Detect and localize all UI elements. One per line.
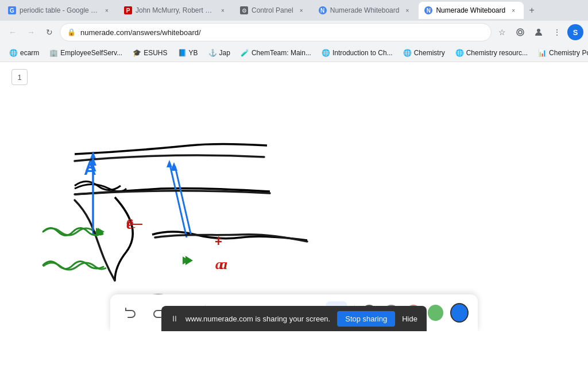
url-bar[interactable]: 🔒 numerade.com/answers/whiteboard/ xyxy=(60,23,492,41)
bookmark-label-resources: Chemistry resourc... xyxy=(466,49,528,57)
bookmark-icon-employee: 🏢 xyxy=(49,49,58,57)
bookmark-star-icon[interactable]: ☆ xyxy=(494,24,510,40)
toolbar-right: ☆ ⋮ S xyxy=(494,24,583,40)
drawing-svg: A e - a + ‡ ρ ‡ ρ xyxy=(0,62,588,331)
back-button[interactable]: ← xyxy=(5,24,21,40)
bookmark-icon-esuhs: 🎓 xyxy=(133,49,141,57)
bookmarks-bar: 🌐 ecarm 🏢 EmployeeSelfServ... 🎓 ESUHS 📘 … xyxy=(0,44,588,62)
undo-button[interactable] xyxy=(119,301,141,324)
svg-point-0 xyxy=(517,29,524,36)
tab-close-2[interactable]: × xyxy=(218,6,227,15)
bookmark-chem-resources[interactable]: 🌐 Chemistry resourc... xyxy=(451,47,532,59)
stop-sharing-button[interactable]: Stop sharing xyxy=(337,311,395,327)
bookmark-label-jap: Jap xyxy=(219,49,230,57)
share-monitor-icon: ⏸ xyxy=(171,314,179,323)
tab-numerade-5[interactable]: N Numerade Whiteboard × xyxy=(419,2,524,19)
tab-mcmurry[interactable]: P John McMurry, Robert C. Fay... × xyxy=(118,2,233,19)
bookmark-esuhs[interactable]: 🎓 ESUHS xyxy=(128,47,172,59)
account-icon[interactable] xyxy=(531,24,547,40)
svg-marker-9 xyxy=(183,256,189,264)
tab-favicon-3: ⚙ xyxy=(240,6,248,14)
tab-title-5: Numerade Whiteboard xyxy=(436,6,505,14)
svg-text:A: A xyxy=(85,157,96,175)
tab-close-5[interactable]: × xyxy=(509,6,518,15)
address-bar: ← → ↻ 🔒 numerade.com/answers/whiteboard/… xyxy=(0,21,588,44)
bookmark-yb[interactable]: 📘 YB xyxy=(173,47,203,59)
bookmark-ecarm[interactable]: 🌐 ecarm xyxy=(5,47,44,59)
tab-title-2: John McMurry, Robert C. Fay... xyxy=(136,6,215,14)
bookmark-chemistry[interactable]: 🌐 Chemistry xyxy=(399,47,450,59)
bookmark-icon-resources: 🌐 xyxy=(455,49,464,57)
lock-icon: 🔒 xyxy=(67,28,76,36)
tab-bar: G periodic table - Google Search × P Joh… xyxy=(0,0,588,21)
tab-control-panel[interactable]: ⚙ Control Panel × xyxy=(234,2,312,19)
bookmark-jap[interactable]: ⚓ Jap xyxy=(204,47,235,59)
bookmark-label-yb: YB xyxy=(189,49,198,57)
bookmark-icon-chemteam: 🧪 xyxy=(241,49,249,57)
tab-close-3[interactable]: × xyxy=(297,6,306,15)
bookmark-label-employee: EmployeeSelfServ... xyxy=(60,49,122,57)
tab-close-4[interactable]: × xyxy=(403,6,412,15)
tab-periodic-table[interactable]: G periodic table - Google Search × xyxy=(2,2,117,19)
profile-avatar[interactable]: S xyxy=(567,24,583,40)
svg-marker-6 xyxy=(167,160,172,167)
forward-button[interactable]: → xyxy=(23,24,39,40)
tab-title-1: periodic table - Google Search xyxy=(20,6,99,14)
bookmark-icon-yb: 📘 xyxy=(178,49,187,57)
bookmark-employee[interactable]: 🏢 EmployeeSelfServ... xyxy=(45,47,127,59)
bookmark-label-chemistry: Chemistry xyxy=(414,49,445,57)
tab-title-3: Control Panel xyxy=(252,6,293,14)
screen-share-bar: ⏸ www.numerade.com is sharing your scree… xyxy=(161,306,427,331)
tab-title-4: Numerade Whiteboard xyxy=(330,6,400,14)
bookmark-label-powerpoint: Chemistry PowerP... xyxy=(549,49,588,57)
svg-text:+: + xyxy=(215,233,222,246)
chrome-lens-icon[interactable] xyxy=(512,24,528,40)
bookmark-icon-chemistry: 🌐 xyxy=(403,49,412,57)
bookmark-label-esuhs: ESUHS xyxy=(144,49,167,57)
screenshare-message: www.numerade.com is sharing your screen. xyxy=(185,315,330,323)
bookmark-label-intro: Introduction to Ch... xyxy=(332,49,393,57)
tab-favicon-5: N xyxy=(424,6,432,14)
tab-favicon-2: P xyxy=(124,6,132,14)
bookmark-label-ecarm: ecarm xyxy=(20,49,39,57)
hide-button[interactable]: Hide xyxy=(402,315,417,323)
bookmark-chem-powerpoint[interactable]: 📊 Chemistry PowerP... xyxy=(533,47,588,59)
reload-button[interactable]: ↻ xyxy=(41,24,57,40)
tab-favicon-4: N xyxy=(319,6,327,14)
whiteboard-content: 1 A xyxy=(0,62,588,331)
bookmark-icon-intro: 🌐 xyxy=(322,49,330,57)
color-green[interactable] xyxy=(428,305,443,321)
bookmark-intro-chem[interactable]: 🌐 Introduction to Ch... xyxy=(317,47,397,59)
bookmark-chemteam[interactable]: 🧪 ChemTeam: Main... xyxy=(236,47,316,59)
bookmark-icon-jap: ⚓ xyxy=(208,49,217,57)
canvas-area[interactable]: A e - a + ‡ ρ ‡ ρ xyxy=(0,62,588,331)
tab-close-1[interactable]: × xyxy=(102,6,111,15)
tab-favicon-1: G xyxy=(8,6,16,14)
url-text: numerade.com/answers/whiteboard/ xyxy=(80,28,201,37)
color-blue[interactable] xyxy=(450,303,469,323)
browser-window: G periodic table - Google Search × P Joh… xyxy=(0,0,588,62)
svg-text:a: a xyxy=(215,256,223,273)
svg-text:-: - xyxy=(132,221,136,232)
tab-numerade-4[interactable]: N Numerade Whiteboard × xyxy=(313,2,418,19)
more-options-icon[interactable]: ⋮ xyxy=(549,24,565,40)
svg-point-1 xyxy=(519,30,522,34)
bookmark-icon-ecarm: 🌐 xyxy=(9,49,18,57)
svg-point-2 xyxy=(537,29,540,32)
new-tab-button[interactable]: + xyxy=(525,3,539,17)
bookmark-icon-powerpoint: 📊 xyxy=(538,49,547,57)
bookmark-label-chemteam: ChemTeam: Main... xyxy=(252,49,311,57)
svg-line-5 xyxy=(169,163,187,237)
